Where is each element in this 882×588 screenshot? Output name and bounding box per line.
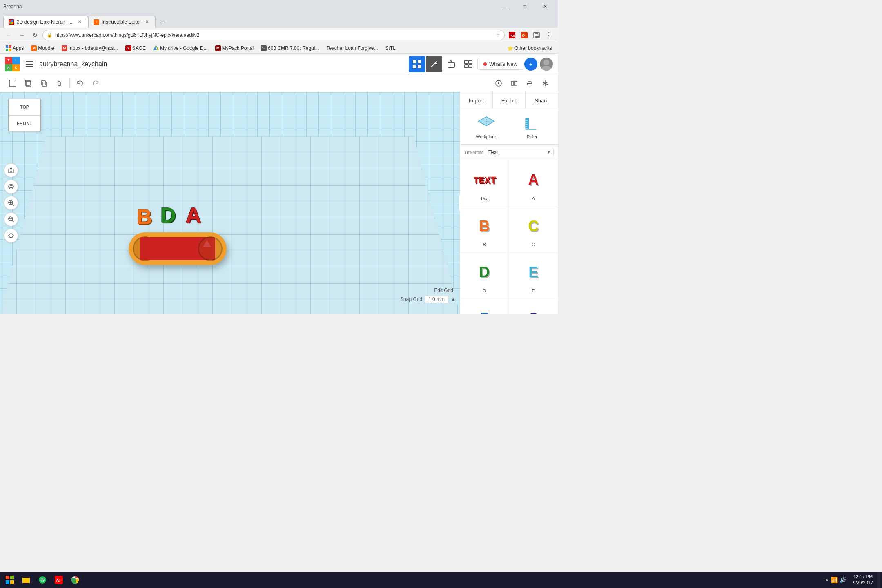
grid-view-button[interactable]	[409, 56, 425, 72]
save-icon[interactable]	[531, 29, 542, 41]
orbit-button[interactable]	[4, 180, 18, 194]
zoom-in-button[interactable]	[4, 196, 18, 210]
close-button[interactable]: ✕	[536, 0, 555, 13]
edit-grid-button[interactable]: Edit Grid	[434, 287, 453, 293]
letter-b-object[interactable]: B	[137, 205, 152, 229]
bookmark-sage[interactable]: S SAGE	[123, 45, 148, 52]
home-view-button[interactable]	[4, 163, 18, 177]
bookmark-star-icon[interactable]: ☆	[496, 32, 500, 38]
shape-d[interactable]: D D	[460, 252, 509, 298]
pdf-icon[interactable]: PDF	[506, 29, 518, 41]
svg-rect-44	[514, 81, 517, 85]
shape-g[interactable]: G G	[509, 298, 558, 314]
collapse-sidebar-button[interactable]: ❯	[459, 195, 460, 211]
svg-line-56	[12, 220, 14, 222]
drive-icon	[153, 45, 159, 51]
letter-d-object[interactable]: D	[160, 203, 176, 227]
svg-point-49	[9, 184, 13, 189]
svg-rect-0	[9, 20, 11, 22]
tools-view-button[interactable]	[426, 56, 442, 72]
shape-c[interactable]: C C	[509, 206, 558, 252]
suitcase-view-button[interactable]	[443, 56, 459, 72]
share-button[interactable]: Share	[526, 92, 558, 109]
copy-button[interactable]	[21, 76, 35, 90]
user-avatar[interactable]	[540, 58, 553, 71]
viewport[interactable]: B D A TOP FRONT	[0, 92, 460, 314]
svg-point-33	[543, 60, 549, 65]
tab-instructable[interactable]: I Instructable Editor ✕	[88, 16, 156, 28]
svg-rect-69	[526, 118, 529, 129]
bookmark-other[interactable]: ⭐ Other bookmarks	[505, 45, 555, 52]
delete-button[interactable]	[52, 76, 66, 90]
reload-button[interactable]: ↻	[29, 29, 41, 41]
bookmark-603cmr[interactable]: 🛡 603 CMR 7.00: Regul...	[258, 45, 321, 52]
bookmark-sttl[interactable]: StTL	[383, 45, 398, 52]
minimize-button[interactable]: —	[495, 0, 514, 13]
maximize-button[interactable]: □	[515, 0, 534, 13]
add-user-button[interactable]: +	[524, 58, 537, 71]
snap-button[interactable]	[492, 76, 506, 90]
workplane-tool[interactable]: Workplane	[476, 114, 497, 139]
bookmark-apps[interactable]: Apps	[3, 45, 26, 52]
logo-k: K	[12, 64, 20, 71]
group-view-button[interactable]	[460, 56, 477, 72]
bookmark-drive[interactable]: My drive - Google D...	[151, 45, 210, 52]
more-button[interactable]: ⋮	[543, 29, 555, 41]
undo-button[interactable]	[73, 76, 87, 90]
new-tab-button[interactable]: +	[157, 16, 169, 28]
bookmark-teacherloan[interactable]: Teacher Loan Forgive...	[324, 45, 380, 52]
snap-grid-arrow[interactable]: ▲	[451, 296, 456, 302]
fit-view-button[interactable]	[4, 229, 18, 243]
shape-b-label: B	[483, 242, 486, 247]
shape-e[interactable]: E E	[509, 252, 558, 298]
tab-close-instructable[interactable]: ✕	[144, 19, 150, 25]
cube-top-label[interactable]: TOP	[9, 99, 40, 116]
shape-library: Tinkercad Text ▼ TEXT Text	[460, 145, 558, 314]
snap-grid-value[interactable]: 1.0 mm	[425, 296, 448, 303]
shape-b-image: B	[469, 211, 499, 241]
keychain-group[interactable]	[129, 232, 227, 265]
shape-b[interactable]: B B	[460, 206, 509, 252]
import-button[interactable]: Import	[460, 92, 492, 109]
right-edit-tools	[492, 76, 552, 90]
bookmark-inbox[interactable]: M Inbox - bdautry@ncs...	[59, 45, 120, 52]
office-icon[interactable]: O	[519, 29, 530, 41]
keychain-triangle-detail	[203, 240, 211, 247]
new-object-button[interactable]	[6, 76, 20, 90]
view-cube[interactable]: TOP FRONT	[8, 99, 41, 131]
bookmark-moodle[interactable]: M Moodle	[29, 45, 56, 52]
svg-text:O: O	[522, 33, 525, 38]
shape-f[interactable]: F F	[460, 298, 509, 314]
svg-point-50	[9, 186, 13, 188]
letter-a-object[interactable]: A	[186, 203, 201, 227]
export-button[interactable]: Export	[493, 92, 525, 109]
svg-rect-3	[11, 22, 13, 24]
redo-button[interactable]	[89, 76, 102, 90]
library-dropdown[interactable]: Text ▼	[486, 148, 554, 156]
duplicate-button[interactable]	[37, 76, 51, 90]
align-button[interactable]	[523, 76, 537, 90]
zoom-out-button[interactable]	[4, 212, 18, 226]
tab-close-tinkercad[interactable]: ✕	[76, 19, 83, 25]
shape-a-image: A	[518, 165, 548, 195]
ruler-tool[interactable]: Ruler	[522, 114, 542, 139]
flip-button[interactable]	[538, 76, 552, 90]
url-bar[interactable]: 🔒 https://www.tinkercad.com/things/gB6TD…	[42, 30, 505, 40]
svg-rect-13	[6, 49, 8, 51]
shape-a[interactable]: A A	[509, 160, 558, 206]
tab-favicon-instructable: I	[94, 19, 99, 25]
cube-front-label[interactable]: FRONT	[9, 116, 40, 131]
bookmark-mypack-label: MyPack Portal	[222, 45, 254, 51]
bookmark-mypack[interactable]: M MyPack Portal	[213, 45, 256, 52]
shape-text[interactable]: TEXT Text	[460, 160, 509, 206]
shape-c-icon: C	[528, 218, 539, 235]
svg-rect-12	[9, 45, 11, 48]
keychain-base	[129, 232, 227, 265]
tab-tinkercad[interactable]: 3D design Epic Kieran | T... ✕	[3, 16, 88, 28]
mirror-button[interactable]	[507, 76, 521, 90]
forward-button[interactable]: →	[16, 29, 28, 41]
whats-new-button[interactable]: What's New	[477, 58, 523, 70]
hamburger-menu-button[interactable]	[23, 58, 36, 71]
svg-point-58	[9, 234, 13, 238]
back-button[interactable]: ←	[3, 29, 15, 41]
